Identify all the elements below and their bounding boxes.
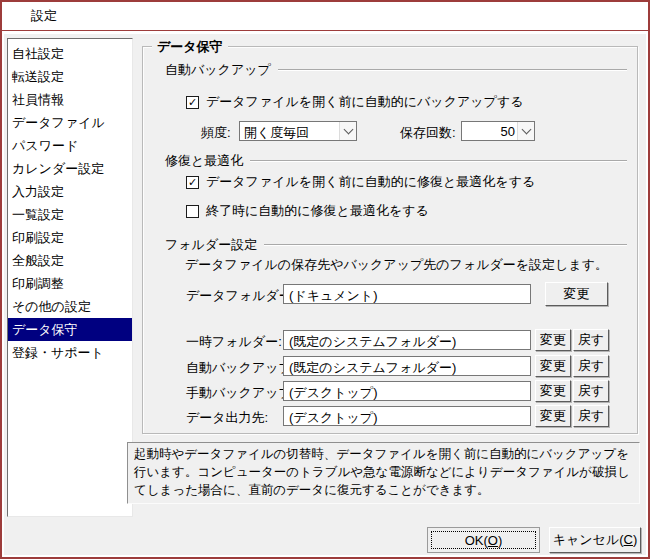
section-divider <box>250 160 627 162</box>
auto-backup-folder-field[interactable]: (既定のシステムフォルダー) <box>283 356 531 376</box>
folder-section-description: データファイルの保存先やバックアップ先のフォルダーを設定します。 <box>185 256 608 274</box>
repair-on-open-label: データファイルを開く前に自動的に修復と最適化をする <box>206 173 535 191</box>
data-output-folder-label: データ出力先: <box>186 409 268 427</box>
save-count-value: 50 <box>462 122 517 140</box>
backup-info-box: 起動時やデータファイルの切替時、データファイルを開く前に自動的にバックアップを行… <box>127 442 640 504</box>
manual-backup-folder-reset-button[interactable]: 戻す <box>573 380 609 402</box>
backup-info-text: 起動時やデータファイルの切替時、データファイルを開く前に自動的にバックアップを行… <box>134 447 630 497</box>
sidebar-item-registration[interactable]: 登録・サポート <box>8 341 132 364</box>
repair-section-header: 修復と最適化 <box>165 152 627 170</box>
sidebar-item-print-adjust[interactable]: 印刷調整 <box>8 272 132 295</box>
settings-category-list: 自社設定 転送設定 社員情報 データファイル パスワード カレンダー設定 入力設… <box>7 38 133 517</box>
sidebar-item-transfer[interactable]: 転送設定 <box>8 65 132 88</box>
repair-on-open-checkbox[interactable]: ✓ <box>186 176 199 189</box>
data-output-folder-change-button[interactable]: 変更 <box>535 405 571 427</box>
frequency-combobox[interactable]: 開く度毎回 <box>239 121 357 141</box>
sidebar-item-company[interactable]: 自社設定 <box>8 42 132 65</box>
save-count-label: 保存回数: <box>400 124 456 142</box>
ok-button[interactable]: OK(O) <box>427 527 540 553</box>
temp-folder-field[interactable]: (既定のシステムフォルダー) <box>283 330 531 350</box>
frequency-dropdown-button[interactable] <box>339 122 356 140</box>
cancel-button-label: キャンセル(C) <box>553 531 638 549</box>
auto-backup-folder-change-button[interactable]: 変更 <box>535 355 571 377</box>
data-folder-label: データフォルダー: <box>186 287 295 305</box>
sidebar-item-datafile[interactable]: データファイル <box>8 111 132 134</box>
sidebar-item-general[interactable]: 全般設定 <box>8 249 132 272</box>
chevron-down-icon <box>521 124 531 134</box>
cancel-button[interactable]: キャンセル(C) <box>549 527 641 553</box>
data-output-folder-field[interactable]: (デスクトップ) <box>283 406 531 426</box>
sidebar-item-list[interactable]: 一覧設定 <box>8 203 132 226</box>
sidebar-item-data-maintenance[interactable]: データ保守 <box>8 318 132 341</box>
repair-on-exit-label: 終了時に自動的に修復と最適化をする <box>206 202 429 220</box>
sidebar-item-employee[interactable]: 社員情報 <box>8 88 132 111</box>
data-folder-field[interactable]: (ドキュメント) <box>283 284 531 304</box>
repair-on-open-row: ✓ データファイルを開く前に自動的に修復と最適化をする <box>186 173 535 191</box>
auto-backup-section-header: 自動バックアップ <box>165 61 627 79</box>
check-icon: ✓ <box>188 97 197 108</box>
auto-backup-checkbox-label: データファイルを開く前に自動的にバックアップする <box>206 93 523 111</box>
focus-rectangle <box>431 531 536 549</box>
auto-backup-folder-reset-button[interactable]: 戻す <box>573 355 609 377</box>
manual-backup-folder-field[interactable]: (デスクトップ) <box>283 381 531 401</box>
chevron-down-icon <box>343 124 353 134</box>
repair-on-exit-row: 終了時に自動的に修復と最適化をする <box>186 202 429 220</box>
sidebar-item-print[interactable]: 印刷設定 <box>8 226 132 249</box>
sidebar-item-input[interactable]: 入力設定 <box>8 180 132 203</box>
data-maintenance-groupbox: データ保守 自動バックアップ ✓ データファイルを開く前に自動的にバックアップす… <box>142 46 638 434</box>
window-title: 設定 <box>31 7 57 25</box>
save-count-combobox[interactable]: 50 <box>461 121 535 141</box>
temp-folder-label: 一時フォルダー: <box>186 333 282 351</box>
repair-on-exit-checkbox[interactable] <box>186 205 199 218</box>
manual-backup-folder-label: 手動バックアップ: <box>186 384 295 402</box>
sidebar-item-calendar[interactable]: カレンダー設定 <box>8 157 132 180</box>
frequency-label: 頻度: <box>201 124 231 142</box>
repair-section-title: 修復と最適化 <box>165 152 243 170</box>
check-icon: ✓ <box>188 177 197 188</box>
folder-section-title: フォルダー設定 <box>165 236 257 254</box>
settings-dialog: 設定 自社設定 転送設定 社員情報 データファイル パスワード カレンダー設定 … <box>0 0 650 559</box>
sidebar-item-password[interactable]: パスワード <box>8 134 132 157</box>
auto-backup-folder-label: 自動バックアップ: <box>186 359 295 377</box>
groupbox-title: データ保守 <box>152 38 228 56</box>
save-count-dropdown-button[interactable] <box>517 122 534 140</box>
data-output-folder-reset-button[interactable]: 戻す <box>573 405 609 427</box>
auto-backup-checkbox-row: ✓ データファイルを開く前に自動的にバックアップする <box>186 93 523 111</box>
data-folder-change-button[interactable]: 変更 <box>545 282 608 306</box>
frequency-value: 開く度毎回 <box>240 122 339 140</box>
temp-folder-reset-button[interactable]: 戻す <box>573 329 609 351</box>
folder-section-header: フォルダー設定 <box>165 236 627 254</box>
section-divider <box>264 244 627 246</box>
auto-backup-checkbox[interactable]: ✓ <box>186 96 199 109</box>
sidebar-item-other[interactable]: その他の設定 <box>8 295 132 318</box>
auto-backup-section-title: 自動バックアップ <box>165 61 271 79</box>
section-divider <box>278 69 627 71</box>
temp-folder-change-button[interactable]: 変更 <box>535 329 571 351</box>
manual-backup-folder-change-button[interactable]: 変更 <box>535 380 571 402</box>
dialog-body: 自社設定 転送設定 社員情報 データファイル パスワード カレンダー設定 入力設… <box>4 34 646 555</box>
titlebar: 設定 <box>2 2 648 31</box>
